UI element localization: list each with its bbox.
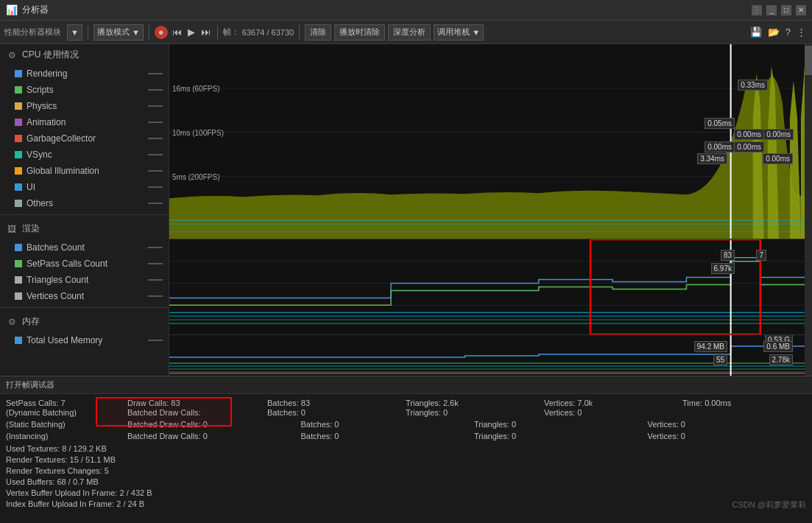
sidebar-item-physics[interactable]: Physics: [0, 98, 169, 114]
sidebar-item-total-memory[interactable]: Total Used Memory: [0, 332, 169, 348]
batches-line: [148, 247, 163, 248]
right-scrollbar[interactable]: [805, 44, 812, 376]
play-btn[interactable]: ▶: [186, 25, 197, 39]
triangles-2k: Triangles: 2.6k: [406, 399, 529, 407]
title-bar-title: 分析器: [22, 4, 752, 16]
render-chart[interactable]: 83 7 6.97k: [169, 239, 812, 335]
memory-tooltip-06mb: 0.6 MB: [763, 341, 793, 352]
bottom-panel: 打开帧调试器 SetPass Calls: 7 (Dynamic Batchin…: [0, 376, 812, 523]
setpass-label: SetPass Calls Count: [27, 259, 144, 269]
sidebar-item-setpass[interactable]: SetPass Calls Count: [0, 256, 169, 272]
batches-label: Batches Count: [27, 242, 144, 253]
triangles-0-1: Triangles: 0: [406, 408, 529, 417]
triangles-line: [148, 279, 163, 281]
setpass-line: [148, 263, 163, 264]
frame-label: 帧：: [223, 27, 239, 38]
ui-label: UI: [27, 182, 144, 192]
playmode-dropdown[interactable]: 播放模式 ▼: [93, 24, 144, 41]
playmode-label: 播放模式: [97, 27, 130, 38]
sidebar-item-gc[interactable]: GarbageCollector: [0, 130, 169, 147]
stats-row-3: (Instancing) Batched Draw Calls: 0 Batch…: [6, 432, 806, 441]
skip-back-btn[interactable]: ⏮: [171, 25, 183, 39]
more-btn[interactable]: ⋮: [752, 5, 762, 15]
sidebar-item-rendering[interactable]: Rendering: [0, 66, 169, 82]
draw-calls-red-box: [96, 397, 232, 427]
cpu-section-label: CPU 使用情况: [22, 49, 79, 61]
sep-3: [217, 25, 218, 40]
scripts-label: Scripts: [27, 85, 144, 95]
menu-btn[interactable]: ⋮: [795, 25, 808, 39]
gi-label: Global Illumination: [27, 166, 144, 176]
record-btn[interactable]: ●: [155, 26, 168, 39]
callstack-dropdown[interactable]: 调用堆栈 ▼: [434, 24, 484, 41]
triangles-0-3: Triangles: 0: [474, 432, 633, 440]
help-btn[interactable]: ?: [784, 25, 792, 39]
batches-color: [15, 244, 22, 251]
sidebar-item-batches[interactable]: Batches Count: [0, 239, 169, 256]
cpu-chart[interactable]: 16ms (60FPS) 10ms (100FPS) 5ms (200FPS) …: [169, 44, 812, 239]
rendering-line: [148, 73, 163, 74]
memory-tooltip-55: 55: [713, 354, 727, 365]
scroll-thumb[interactable]: [805, 46, 812, 75]
skip-fwd-btn[interactable]: ⏭: [200, 25, 212, 39]
used-buffers: Used Buffers: 68 / 0.7 MB: [6, 477, 806, 486]
stats-col-batched3: Batched Draw Calls: 0: [127, 432, 286, 441]
divider-1: [0, 214, 169, 215]
rendering-color: [15, 70, 22, 77]
triangles-label: Triangles Count: [27, 275, 144, 285]
memory-section-label: 内存: [22, 315, 40, 328]
bottom-panel-title[interactable]: 打开帧调试器: [6, 379, 54, 390]
sep-1: [88, 25, 88, 40]
sidebar-item-gi[interactable]: Global Illumination: [0, 163, 169, 179]
render-icon: 🖼: [6, 223, 18, 235]
vertices-color: [15, 292, 22, 300]
memory-section-header: ⚙ 内存: [0, 311, 169, 332]
sidebar-item-vsync[interactable]: VSync: [0, 147, 169, 163]
gi-color: [15, 167, 22, 175]
watermark: CSDN @莉萝爱莱莉: [732, 499, 806, 510]
tooltip-033ms: 0.33ms: [738, 80, 768, 91]
clear-on-play-btn[interactable]: 播放时清除: [334, 24, 385, 41]
sidebar-item-animation[interactable]: Animation: [0, 114, 169, 130]
sidebar-item-scripts[interactable]: Scripts: [0, 82, 169, 98]
others-color: [15, 200, 22, 207]
minimize-btn[interactable]: _: [766, 5, 777, 15]
close-btn[interactable]: ✕: [796, 5, 806, 15]
maximize-btn[interactable]: □: [781, 5, 791, 15]
stats-col-vert2: Vertices: 0: [648, 420, 807, 429]
save-btn[interactable]: 💾: [749, 25, 763, 39]
module-dropdown[interactable]: ▼: [67, 24, 82, 41]
memory-chart[interactable]: 0.53 G 94.2 MB 0.6 MB 55 2.78k: [169, 335, 812, 376]
sidebar-item-triangles[interactable]: Triangles Count: [0, 272, 169, 288]
sidebar-item-others[interactable]: Others: [0, 195, 169, 211]
deep-analysis-btn[interactable]: 深度分析: [388, 24, 431, 41]
chart-area[interactable]: 16ms (60FPS) 10ms (100FPS) 5ms (200FPS) …: [169, 44, 812, 376]
vsync-line: [148, 154, 163, 155]
cpu-section-header: ⚙ CPU 使用情况: [0, 44, 169, 66]
instancing: (Instancing): [6, 432, 113, 440]
sidebar-item-ui[interactable]: UI: [0, 179, 169, 195]
memory-label: Total Used Memory: [27, 335, 144, 345]
stats-col-6: Time: 0.00ms: [682, 399, 806, 408]
index-buffer: Index Buffer Upload In Frame: 2 / 24 B: [6, 499, 806, 508]
render-textures: Render Textures: 15 / 51.1 MB: [6, 455, 806, 464]
title-bar-controls: ⋮ _ □ ✕: [752, 5, 806, 15]
stats-col-tri2: Triangles: 0: [474, 420, 633, 429]
physics-label: Physics: [27, 101, 144, 111]
animation-line: [148, 122, 163, 123]
sidebar-item-vertices[interactable]: Vertices Count: [0, 288, 169, 304]
svg-rect-13: [590, 239, 760, 334]
used-textures: Used Textures: 8 / 129.2 KB: [6, 444, 806, 453]
vertices-0-3: Vertices: 0: [648, 432, 807, 440]
vsync-label: VSync: [27, 150, 144, 160]
tooltip-334ms: 3.34ms: [697, 153, 727, 164]
ui-color: [15, 183, 22, 191]
load-btn[interactable]: 📂: [766, 25, 781, 39]
clear-btn[interactable]: 清除: [305, 24, 331, 41]
stats-col-tri3: Triangles: 0: [474, 432, 633, 441]
stats-col-4: Triangles: 2.6k Triangles: 0: [406, 399, 529, 418]
batches-0-2: Batches: 0: [301, 420, 460, 429]
physics-line: [148, 105, 163, 107]
divider-2: [0, 307, 169, 308]
others-label: Others: [27, 198, 144, 208]
